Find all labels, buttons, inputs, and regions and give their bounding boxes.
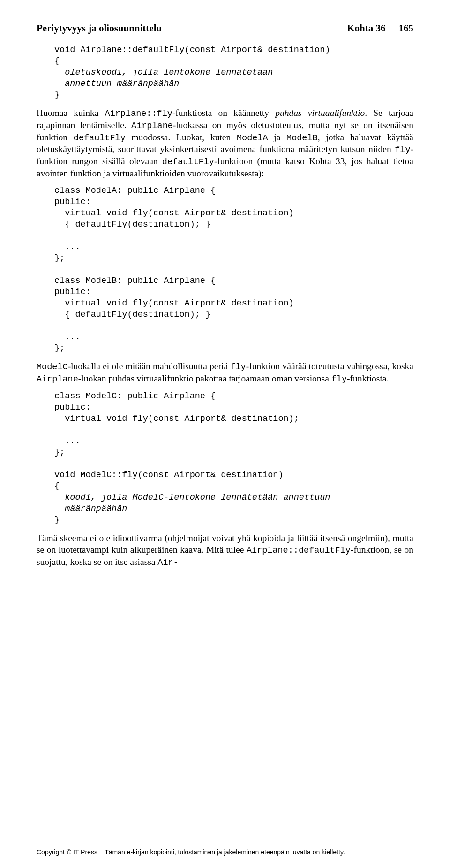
code-line: class ModelC: public Airplane { [54,391,216,401]
text-run-mono: ModelC [37,362,68,372]
code-line: virtual void fly(const Airport& destinat… [54,208,294,218]
code-line: public: [54,287,91,297]
text-run-mono: ModelA [237,133,268,143]
code-line: { defaultFly(destination); } [54,310,210,320]
text-run: Huomaa kuinka [37,108,105,118]
code-block-defaultfly: void Airplane::defaultFly(const Airport&… [54,45,413,101]
code-block-modela: class ModelA: public Airplane { public: … [54,185,413,355]
header-page-number: 165 [399,23,414,34]
code-line: { [54,481,60,491]
code-line: void Airplane::defaultFly(const Airport&… [54,45,330,55]
code-line: ... [54,332,81,342]
page-header: Periytyvyys ja oliosuunnittelu Kohta 36 … [37,23,413,34]
code-line: } [54,515,60,525]
code-line: }; [54,448,65,457]
code-line: virtual void fly(const Airport& destinat… [54,298,294,308]
text-run-mono: fly [395,145,410,155]
text-run: -funktiosta on käännetty [172,108,275,118]
code-line: { defaultFly(destination); } [54,220,210,229]
code-line: } [54,90,60,100]
code-line: ... [54,242,81,252]
footer-copyright: Copyright © IT Press – Tämän e-kirjan ko… [37,848,345,856]
code-line: annettuun määränpäähän [54,79,179,89]
code-line: }; [54,343,65,353]
text-run: -luokalla ei ole mitään mahdollisuutta p… [68,361,231,371]
text-run-mono: ModelB [286,133,318,143]
code-line: koodi, jolla ModelC-lentokone lennätetää… [54,493,330,503]
text-run: ja [268,132,286,142]
text-run-mono: defaultFly [74,133,126,143]
text-run-mono: fly [230,362,246,372]
code-line: public: [54,403,91,412]
header-kohta: Kohta 36 [347,23,385,34]
code-line: määränpäähän [54,504,127,514]
text-run: muodossa. Luokat, kuten [126,132,237,142]
code-line: class ModelB: public Airplane { [54,276,216,286]
text-run: -luokan puhdas virtuaalifunktio pakottaa… [78,373,331,383]
document-page: Periytyvyys ja oliosuunnittelu Kohta 36 … [0,0,450,593]
code-line: void ModelC::fly(const Airport& destinat… [54,470,283,480]
text-run: -funktiosta. [347,373,389,383]
paragraph-3: Tämä skeema ei ole idioottivarma (ohjelm… [37,533,413,568]
code-line: }; [54,253,65,263]
text-run: -funktion väärää toteutusta vahingossa, … [246,361,413,371]
code-line: virtual void fly(const Airport& destinat… [54,414,299,424]
paragraph-1: Huomaa kuinka Airplane::fly-funktiosta o… [37,107,413,179]
code-line: ... [54,436,81,446]
text-run-mono: Airplane [131,121,173,131]
text-run-mono: Air- [158,558,178,568]
text-run-mono: Airplane [37,374,78,384]
code-line: { [54,56,60,66]
text-run-italic: puhdas virtuaalifunktio [275,108,365,118]
header-left: Periytyvyys ja oliosuunnittelu [37,23,162,34]
code-block-modelc: class ModelC: public Airplane { public: … [54,391,413,526]
code-line: class ModelA: public Airplane { [54,186,216,196]
code-line: public: [54,197,91,207]
header-right: Kohta 36 165 [347,23,413,34]
text-run-mono: defaultFly [162,157,214,167]
code-line: oletuskoodi, jolla lentokone lennätetään [54,68,273,77]
text-run-mono: Airplane::fly [105,109,172,119]
text-run-mono: Airplane::defaultFly [247,546,351,556]
text-run-mono: fly [331,374,347,384]
paragraph-2: ModelC-luokalla ei ole mitään mahdollisu… [37,361,413,385]
